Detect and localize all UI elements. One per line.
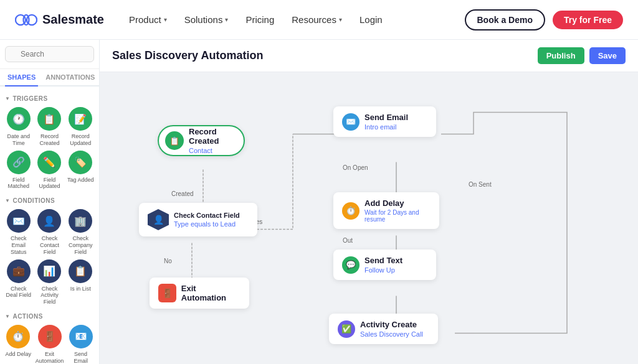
chevron-icon: ▾ [225,16,228,23]
check-contact-node[interactable]: 👤 Check Contact Field Type equals to Lea… [139,203,257,236]
logo[interactable]: Salesmate [15,12,104,27]
sidebar-body: ▼ TRIGGERS 🕐 Date and Time 📋 Record Crea… [0,86,99,364]
tab-annotations[interactable]: ANNOTATIONS [43,69,97,86]
nav-solutions[interactable]: Solutions ▾ [184,14,229,25]
collapse-icon[interactable]: ▼ [5,314,10,319]
chevron-icon: ▾ [164,16,167,23]
nav-actions: Book a Demo Try for Free [465,9,624,30]
publish-button[interactable]: Publish [538,47,584,64]
record-created-icon: 📋 [37,107,61,131]
automation-title: Sales Discovery Automation [112,49,263,62]
action-send-email[interactable]: 📧 Send Email [67,325,94,364]
nav-login[interactable]: Login [359,14,383,25]
no-label: No [164,258,172,264]
record-created-title: Record Created [189,127,237,146]
add-delay-icon: ⏱️ [6,325,30,348]
check-email-icon: ✉️ [7,209,31,233]
send-email-sub: Intro email [364,123,408,131]
send-text-node-icon: 💬 [342,256,359,274]
cond-check-email[interactable]: ✉️ Check Email Status [5,209,32,255]
check-contact-sub: Type equals to Lead [174,220,240,228]
actions-grid: ⏱️ Add Delay 🚪 Exit Automation 📧 Send Em… [5,325,94,364]
field-matched-icon: 🔗 [7,151,31,174]
triggers-section-title: ▼ TRIGGERS [5,95,94,102]
header-buttons: Publish Save [538,47,626,64]
check-company-icon: 🏢 [69,209,92,233]
trigger-date-time[interactable]: 🕐 Date and Time [5,107,32,147]
triggers-grid: 🕐 Date and Time 📋 Record Created 📝 Recor… [5,107,94,190]
canvas-header: Sales Discovery Automation Publish Save [100,40,638,72]
record-created-node-icon: 📋 [165,131,184,150]
exit-automation-node[interactable]: 🚪 Exit Automation [150,278,249,309]
record-created-node[interactable]: 📋 Record Created Contact [158,125,245,156]
search-input[interactable] [5,46,94,62]
nav-resources[interactable]: Resources ▾ [292,14,342,25]
canvas-area: Sales Discovery Automation Publish Save [100,40,638,364]
cond-check-company[interactable]: 🏢 Check Company Field [67,209,94,255]
on-sent-label: On Sent [469,181,492,188]
send-email-title: Send Email [364,113,408,122]
send-text-node[interactable]: 💬 Send Text Follow Up [333,250,436,280]
navbar: Salesmate Product ▾ Solutions ▾ Pricing … [0,0,638,40]
action-exit-automation[interactable]: 🚪 Exit Automation [36,325,64,364]
trigger-record-updated[interactable]: 📝 Record Updated [67,107,94,147]
out-label: Out [343,237,353,244]
record-created-sub: Contact [189,147,237,154]
try-free-button[interactable]: Try for Free [553,11,623,29]
record-updated-icon: 📝 [69,107,92,131]
chevron-icon: ▾ [339,16,342,23]
action-add-delay[interactable]: ⏱️ Add Delay [5,325,32,364]
nav-links: Product ▾ Solutions ▾ Pricing Resources … [129,14,465,25]
cond-check-contact[interactable]: 👤 Check Contact Field [36,209,64,255]
sidebar-tabs: SHAPES ANNOTATIONS [0,69,99,86]
activity-create-title: Activity Create [360,320,423,329]
sidebar: 🔍 SHAPES ANNOTATIONS ▼ TRIGGERS 🕐 Date a… [0,40,100,364]
date-time-icon: 🕐 [7,107,31,131]
trigger-tag-added[interactable]: 🏷️ Tag Added [67,151,94,190]
sidebar-search-area: 🔍 [0,40,99,69]
check-deal-icon: 💼 [7,259,31,283]
add-delay-title: Add Delay [364,198,431,208]
exit-automation-title: Exit Automation [181,284,240,302]
main-content: 🔍 SHAPES ANNOTATIONS ▼ TRIGGERS 🕐 Date a… [0,40,638,364]
collapse-icon[interactable]: ▼ [5,198,10,203]
logo-text: Salesmate [42,12,104,27]
tab-shapes[interactable]: SHAPES [5,69,38,86]
check-contact-icon: 👤 [37,209,61,233]
add-delay-node[interactable]: ⏱️ Add Delay Wait for 2 Days and resume [333,192,439,229]
tag-added-icon: 🏷️ [69,151,92,174]
activity-create-node-icon: ✅ [338,320,355,338]
add-delay-node-icon: ⏱️ [342,202,359,220]
flow-canvas[interactable]: Created Yes No On Open Out On Sent 📋 Rec… [100,72,638,364]
book-demo-button[interactable]: Book a Demo [465,9,545,30]
nav-pricing[interactable]: Pricing [245,14,274,25]
nav-product[interactable]: Product ▾ [129,14,167,25]
actions-section-title: ▼ ACTIONS [5,313,94,320]
add-delay-sub: Wait for 2 Days and resume [364,209,431,223]
exit-automation-node-icon: 🚪 [158,284,176,302]
cond-check-deal[interactable]: 💼 Check Deal Field [5,259,32,306]
check-activity-icon: 📊 [37,259,61,283]
cond-is-in-list[interactable]: 📋 Is in List [67,259,94,306]
activity-create-node[interactable]: ✅ Activity Create Sales Discovery Call [329,314,438,344]
send-email-node[interactable]: ✉️ Send Email Intro email [333,106,436,137]
send-text-title: Send Text [364,256,402,265]
exit-automation-icon: 🚪 [38,325,62,348]
cond-check-activity[interactable]: 📊 Check Activity Field [36,259,64,306]
created-label: Created [171,190,194,197]
logo-icon [15,12,37,27]
activity-create-sub: Sales Discovery Call [360,330,423,338]
conditions-section-title: ▼ CONDITIONS [5,197,94,204]
send-email-node-icon: ✉️ [342,113,359,131]
send-email-icon: 📧 [69,325,93,348]
send-text-sub: Follow Up [364,266,402,274]
on-open-label: On Open [343,164,368,171]
check-contact-title: Check Contact Field [174,212,240,219]
save-button[interactable]: Save [589,47,626,64]
field-updated-icon: ✏️ [37,151,61,174]
collapse-icon[interactable]: ▼ [5,96,10,101]
trigger-field-updated[interactable]: ✏️ Field Updated [36,151,64,190]
trigger-record-created[interactable]: 📋 Record Created [36,107,64,147]
is-in-list-icon: 📋 [69,259,92,283]
trigger-field-matched[interactable]: 🔗 Field Matched [5,151,32,190]
